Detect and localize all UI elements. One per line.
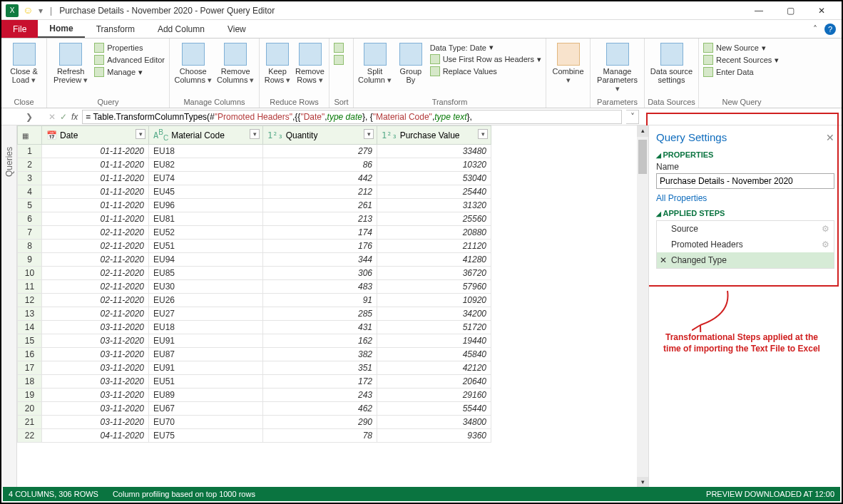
table-row[interactable]: 8 02-11-2020 EU51 176 21120 (18, 240, 648, 253)
cell-purchase-value[interactable]: 36720 (377, 267, 491, 280)
cell-date[interactable]: 01-11-2020 (42, 172, 149, 185)
tab-add-column[interactable]: Add Column (146, 20, 216, 38)
table-row[interactable]: 1 01-11-2020 EU18 279 33480 (18, 145, 648, 158)
cell-material[interactable]: EU74 (149, 172, 263, 185)
col-purchase-value[interactable]: 1²₃Purchase Value▾ (377, 126, 491, 145)
cell-quantity[interactable]: 261 (263, 199, 377, 212)
cell-date[interactable]: 01-11-2020 (42, 158, 149, 172)
col-date[interactable]: 📅Date▾ (42, 126, 149, 145)
table-row[interactable]: 20 03-11-2020 EU67 462 55440 (18, 402, 648, 416)
row-number[interactable]: 19 (18, 389, 42, 402)
all-properties-link[interactable]: All Properties (656, 193, 834, 203)
cell-quantity[interactable]: 91 (263, 294, 377, 307)
cell-date[interactable]: 02-11-2020 (42, 307, 149, 321)
minimize-button[interactable]: — (743, 1, 775, 20)
cell-quantity[interactable]: 213 (263, 212, 377, 226)
remove-rows-button[interactable]: Remove Rows (295, 41, 325, 85)
cell-date[interactable]: 03-11-2020 (42, 348, 149, 361)
table-row[interactable]: 16 03-11-2020 EU87 382 45840 (18, 348, 648, 361)
row-number[interactable]: 6 (18, 212, 42, 226)
row-number[interactable]: 17 (18, 361, 42, 375)
table-row[interactable]: 14 03-11-2020 EU18 431 51720 (18, 321, 648, 334)
row-number[interactable]: 11 (18, 280, 42, 294)
cell-quantity[interactable]: 174 (263, 226, 377, 240)
properties-button[interactable]: Properties (94, 43, 165, 53)
table-row[interactable]: 7 02-11-2020 EU52 174 20880 (18, 226, 648, 240)
cell-quantity[interactable]: 172 (263, 375, 377, 389)
formula-cancel-icon[interactable]: ✕ (48, 112, 56, 122)
cell-material[interactable]: EU18 (149, 145, 263, 158)
cell-date[interactable]: 03-11-2020 (42, 361, 149, 375)
manage-button[interactable]: Manage ▾ (94, 67, 165, 77)
cell-date[interactable]: 02-11-2020 (42, 280, 149, 294)
row-number[interactable]: 22 (18, 429, 42, 443)
table-row[interactable]: 2 01-11-2020 EU82 86 10320 (18, 158, 648, 172)
cell-date[interactable]: 01-11-2020 (42, 212, 149, 226)
section-applied-steps[interactable]: APPLIED STEPS (656, 209, 834, 217)
cell-material[interactable]: EU91 (149, 361, 263, 375)
cell-date[interactable]: 01-11-2020 (42, 199, 149, 212)
cell-quantity[interactable]: 462 (263, 402, 377, 416)
cell-date[interactable]: 02-11-2020 (42, 267, 149, 280)
scroll-thumb[interactable] (638, 140, 647, 174)
cell-purchase-value[interactable]: 55440 (377, 402, 491, 416)
table-row[interactable]: 10 02-11-2020 EU85 306 36720 (18, 267, 648, 280)
col-quantity[interactable]: 1²₃Quantity▾ (263, 126, 377, 145)
row-number[interactable]: 10 (18, 267, 42, 280)
cell-material[interactable]: EU26 (149, 294, 263, 307)
table-row[interactable]: 9 02-11-2020 EU94 344 41280 (18, 253, 648, 267)
row-number[interactable]: 9 (18, 253, 42, 267)
cell-purchase-value[interactable]: 25560 (377, 212, 491, 226)
filter-dd-mat[interactable]: ▾ (250, 129, 260, 139)
smiley-dropdown[interactable]: ▾ (39, 6, 43, 16)
cell-material[interactable]: EU87 (149, 348, 263, 361)
cell-material[interactable]: EU91 (149, 334, 263, 348)
cell-quantity[interactable]: 162 (263, 334, 377, 348)
queries-pane-collapsed[interactable]: Queries (1, 125, 17, 488)
cell-material[interactable]: EU94 (149, 253, 263, 267)
cell-date[interactable]: 03-11-2020 (42, 389, 149, 402)
cell-quantity[interactable]: 431 (263, 321, 377, 334)
data-type-button[interactable]: Data Type: Date ▾ (430, 43, 541, 52)
cell-quantity[interactable]: 290 (263, 416, 377, 429)
cell-material[interactable]: EU70 (149, 416, 263, 429)
row-number[interactable]: 1 (18, 145, 42, 158)
cell-date[interactable]: 01-11-2020 (42, 185, 149, 199)
row-number[interactable]: 16 (18, 348, 42, 361)
sort-asc-button[interactable] (334, 43, 344, 53)
tab-file[interactable]: File (1, 20, 38, 38)
cell-purchase-value[interactable]: 34800 (377, 416, 491, 429)
cell-date[interactable]: 02-11-2020 (42, 294, 149, 307)
row-number[interactable]: 12 (18, 294, 42, 307)
cell-purchase-value[interactable]: 31320 (377, 199, 491, 212)
cell-date[interactable]: 02-11-2020 (42, 253, 149, 267)
cell-material[interactable]: EU96 (149, 199, 263, 212)
formula-commit-icon[interactable]: ✓ (60, 112, 67, 122)
col-material[interactable]: ABCMaterial Code▾ (149, 126, 263, 145)
table-row[interactable]: 17 03-11-2020 EU91 351 42120 (18, 361, 648, 375)
help-icon[interactable]: ? (824, 24, 836, 35)
cell-purchase-value[interactable]: 10320 (377, 158, 491, 172)
new-source-button[interactable]: New Source ▾ (703, 43, 779, 53)
cell-date[interactable]: 03-11-2020 (42, 416, 149, 429)
cell-purchase-value[interactable]: 29160 (377, 389, 491, 402)
cell-purchase-value[interactable]: 34200 (377, 307, 491, 321)
enter-data-button[interactable]: Enter Data (703, 67, 779, 77)
cell-material[interactable]: EU82 (149, 158, 263, 172)
cell-material[interactable]: EU51 (149, 240, 263, 253)
recent-sources-button[interactable]: Recent Sources ▾ (703, 55, 779, 65)
row-number[interactable]: 15 (18, 334, 42, 348)
cell-material[interactable]: EU27 (149, 307, 263, 321)
fx-icon[interactable]: fx (71, 112, 78, 122)
settings-close-icon[interactable]: ✕ (826, 132, 834, 143)
cell-purchase-value[interactable]: 41280 (377, 253, 491, 267)
row-header-corner[interactable]: ▦ (18, 126, 42, 145)
cell-date[interactable]: 02-11-2020 (42, 226, 149, 240)
cell-purchase-value[interactable]: 9360 (377, 429, 491, 443)
cell-date[interactable]: 03-11-2020 (42, 334, 149, 348)
remove-columns-button[interactable]: Remove Columns (217, 41, 255, 85)
maximize-button[interactable]: ▢ (775, 1, 806, 20)
cell-material[interactable]: EU52 (149, 226, 263, 240)
cell-quantity[interactable]: 285 (263, 307, 377, 321)
cell-purchase-value[interactable]: 33480 (377, 145, 491, 158)
